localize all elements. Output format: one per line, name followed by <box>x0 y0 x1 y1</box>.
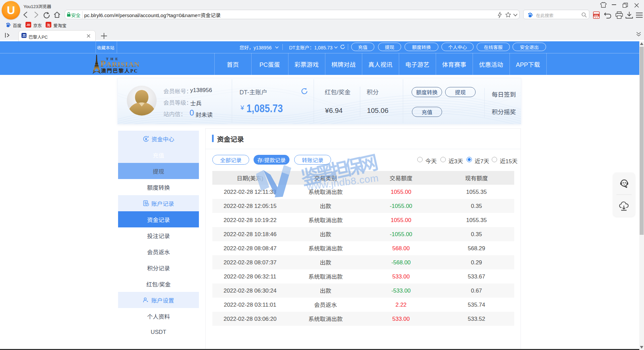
svg-text:PDF: PDF <box>594 14 599 16</box>
